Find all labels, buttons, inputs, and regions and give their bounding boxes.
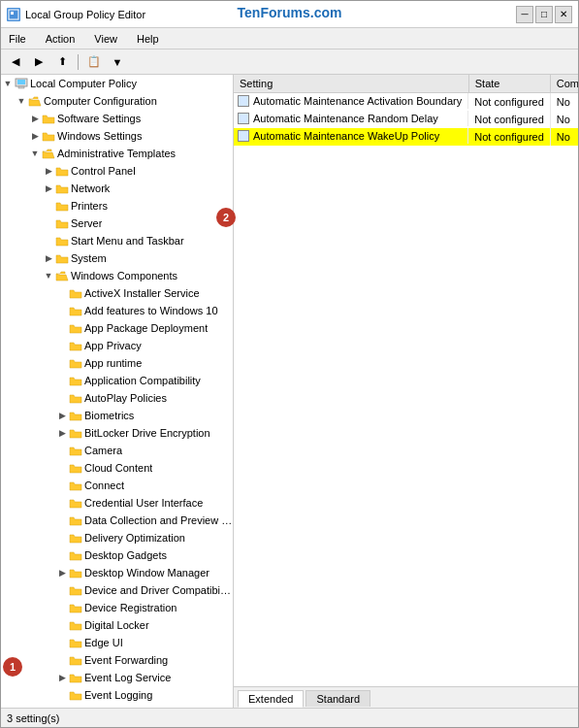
tree-item-data-collection[interactable]: Data Collection and Preview Builds — [1, 512, 233, 529]
tree-label: Administrative Templates — [57, 148, 176, 159]
tree-item-event-log-service[interactable]: ▶Event Log Service — [1, 669, 233, 686]
tree-label: Event Log Service — [84, 672, 171, 683]
tree-item-windows-components[interactable]: ▼Windows Components — [1, 267, 233, 284]
col-setting[interactable]: Setting — [234, 75, 468, 93]
tree-item-windows-settings[interactable]: ▶Windows Settings — [1, 127, 233, 145]
tree-item-camera[interactable]: Camera — [1, 442, 233, 459]
folder-icon — [69, 305, 82, 316]
folder-icon — [69, 462, 82, 474]
folder-icon — [28, 95, 42, 107]
setting-icon — [238, 113, 249, 124]
tree-label: Edge UI — [84, 637, 123, 648]
tab-extended[interactable]: Extended — [238, 690, 304, 708]
tree-item-desktop-gadgets[interactable]: Desktop Gadgets — [1, 546, 233, 564]
tree-item-software-settings[interactable]: ▶Software Settings — [1, 110, 233, 127]
tab-standard[interactable]: Standard — [306, 690, 370, 707]
filter-button[interactable]: ▼ — [107, 52, 128, 72]
expand-arrow: ▶ — [42, 253, 55, 263]
tree-item-device-driver[interactable]: Device and Driver Compatibility — [1, 581, 233, 599]
tree-item-administrative-templates[interactable]: ▼Administrative Templates — [1, 145, 233, 162]
tree-item-delivery-opt[interactable]: Delivery Optimization — [1, 529, 233, 546]
tree-item-event-forwarding[interactable]: Event Forwarding — [1, 651, 233, 669]
tree-label: Credential User Interface — [84, 497, 203, 509]
col-comment[interactable]: Comment — [550, 75, 578, 93]
setting-name: Automatic Maintenance Random Delay — [253, 113, 438, 124]
folder-icon — [69, 445, 82, 456]
menu-action[interactable]: Action — [42, 32, 80, 46]
show-hide-button[interactable]: 📋 — [83, 52, 105, 72]
expand-arrow: ▶ — [42, 183, 55, 193]
tree-item-device-reg[interactable]: Device Registration — [1, 599, 233, 616]
tree-item-start-menu[interactable]: Start Menu and Taskbar — [1, 232, 233, 249]
folder-icon — [69, 410, 82, 421]
setting-name: Automatic Maintenance WakeUp Policy — [253, 130, 439, 142]
tree-item-credential-ui[interactable]: Credential User Interface — [1, 494, 233, 512]
tree-item-app-package[interactable]: App Package Deployment — [1, 319, 233, 337]
tree-label: Desktop Gadgets — [84, 549, 167, 561]
tree-item-add-features[interactable]: Add features to Windows 10 — [1, 302, 233, 319]
col-state[interactable]: State — [468, 75, 550, 93]
close-button[interactable]: ✕ — [555, 6, 572, 23]
menu-file[interactable]: File — [5, 32, 30, 46]
tree-item-edge-ui[interactable]: Edge UI — [1, 634, 233, 651]
table-row[interactable]: Automatic Maintenance Random DelayNot co… — [234, 111, 578, 128]
setting-icon — [238, 130, 249, 142]
cell-setting: Automatic Maintenance Activation Boundar… — [234, 93, 468, 109]
tree-label: Computer Configuration — [44, 95, 157, 107]
tree-item-activex[interactable]: ActiveX Installer Service — [1, 284, 233, 302]
folder-icon — [69, 689, 82, 701]
tree-item-digital-locker[interactable]: Digital Locker — [1, 616, 233, 634]
folder-icon — [69, 322, 82, 334]
folder-icon — [69, 392, 82, 404]
table-row[interactable]: Automatic Maintenance WakeUp PolicyNot c… — [234, 128, 578, 146]
tree-item-autoplay[interactable]: AutoPlay Policies — [1, 389, 233, 407]
folder-icon — [69, 584, 82, 596]
tree-item-event-viewer[interactable]: Event Viewer — [1, 704, 233, 708]
window-title: Local Group Policy Editor — [25, 9, 145, 20]
expand-arrow: ▶ — [55, 568, 69, 578]
menu-view[interactable]: View — [90, 32, 121, 46]
tree-label: Desktop Window Manager — [84, 567, 209, 579]
menu-help[interactable]: Help — [133, 32, 163, 46]
tree-item-biometrics[interactable]: ▶Biometrics — [1, 407, 233, 424]
tree-label: Network — [71, 182, 110, 194]
tree-label: App Package Deployment — [84, 322, 208, 334]
tree-item-event-logging[interactable]: Event Logging — [1, 686, 233, 704]
folder-icon — [69, 654, 82, 666]
tree-label: BitLocker Drive Encryption — [84, 427, 210, 439]
tree-item-system[interactable]: ▶System — [1, 249, 233, 267]
maximize-button[interactable]: □ — [535, 6, 553, 23]
settings-table: Setting State Comment Automatic Maintena… — [234, 75, 578, 146]
expand-arrow: ▶ — [55, 428, 69, 438]
tree-item-network[interactable]: ▶Network — [1, 180, 233, 197]
tree-label: Printers — [71, 200, 108, 212]
status-text: 3 setting(s) — [7, 712, 59, 724]
table-row[interactable]: Automatic Maintenance Activation Boundar… — [234, 93, 578, 111]
minimize-button[interactable]: ─ — [516, 6, 533, 23]
up-button[interactable]: ⬆ — [51, 52, 73, 72]
tree-label: Software Settings — [57, 113, 141, 124]
app-icon — [7, 8, 20, 21]
tree-item-connect[interactable]: Connect — [1, 477, 233, 494]
tree-item-desktop-window[interactable]: ▶Desktop Window Manager — [1, 564, 233, 581]
tabs-bar: Extended Standard — [234, 686, 578, 708]
tree-item-printers[interactable]: Printers — [1, 197, 233, 215]
tree-item-local-computer-policy[interactable]: ▼Local Computer Policy — [1, 75, 233, 92]
tree-item-bitlocker[interactable]: ▶BitLocker Drive Encryption — [1, 424, 233, 442]
folder-icon — [69, 567, 82, 579]
back-button[interactable]: ◀ — [5, 52, 26, 72]
tree-item-cloud-content[interactable]: Cloud Content — [1, 459, 233, 477]
tree-item-app-runtime[interactable]: App runtime — [1, 354, 233, 372]
tree-item-server[interactable]: Server — [1, 215, 233, 232]
folder-icon — [69, 549, 82, 561]
folder-icon — [69, 619, 82, 631]
folder-icon — [69, 672, 82, 683]
expand-arrow: ▼ — [28, 149, 42, 158]
folder-icon — [55, 270, 69, 281]
tree-item-computer-configuration[interactable]: ▼Computer Configuration — [1, 92, 233, 110]
forward-button[interactable]: ▶ — [28, 52, 49, 72]
expand-arrow: ▶ — [28, 131, 42, 141]
tree-item-control-panel[interactable]: ▶Control Panel — [1, 162, 233, 180]
tree-item-app-compat[interactable]: Application Compatibility — [1, 372, 233, 389]
tree-item-app-privacy[interactable]: App Privacy — [1, 337, 233, 354]
